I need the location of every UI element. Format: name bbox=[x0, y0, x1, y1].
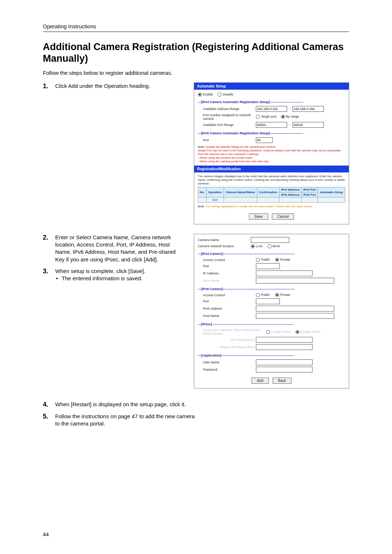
disable-label: Disable bbox=[222, 93, 233, 96]
v4-public-radio[interactable] bbox=[256, 258, 260, 262]
step-3-bullet: The entered information is saved. bbox=[55, 275, 180, 282]
psk-input[interactable] bbox=[256, 337, 313, 343]
wan-radio[interactable] bbox=[268, 244, 271, 248]
dash: - bbox=[289, 107, 290, 111]
ipsec-conn-label: Connection between This Product and a WA… bbox=[203, 328, 264, 335]
specify-range-note: Note: Usually set Specify Range for the … bbox=[198, 145, 345, 163]
single-port-radio[interactable] bbox=[256, 115, 260, 119]
back-button[interactable]: Back bbox=[273, 378, 291, 384]
v4-access-label: Access Control bbox=[203, 258, 254, 262]
step-2-text: Enter or Select Camera Name, Camera netw… bbox=[55, 234, 185, 263]
step-1-text: Click Add under the Operation heading. bbox=[55, 82, 185, 90]
v6-private-label: Private bbox=[280, 293, 290, 297]
v6-port-label: Port bbox=[203, 300, 254, 303]
camera-name-label: Camera Name bbox=[198, 238, 249, 242]
wan-label: WAN bbox=[273, 244, 280, 248]
psk-label: Pre-shared Key bbox=[203, 338, 254, 342]
v4-ipaddr-label: IP Address bbox=[203, 272, 254, 275]
v6port-label: Port bbox=[203, 138, 254, 142]
v4-private-radio[interactable] bbox=[275, 258, 279, 262]
camera-table: No. Operation Camera Name/Status Confirm… bbox=[198, 187, 345, 203]
screenshot-add-camera-form: Camera Name Camera network location LAN … bbox=[194, 234, 349, 388]
avail-port-label: Available Port Range bbox=[203, 123, 254, 127]
by-range-radio[interactable] bbox=[281, 115, 285, 119]
step-3-text: When setup is complete, click [Save]. bbox=[55, 268, 180, 275]
v6-host-input[interactable] bbox=[256, 313, 334, 319]
screenshot-automatic-setup: Automatic Setup Enable Disable ---[IPv4 … bbox=[194, 82, 349, 224]
port-from-input[interactable] bbox=[256, 122, 287, 128]
save-note: Note: The setting highlighted in orange … bbox=[198, 205, 345, 208]
v4-host-input[interactable] bbox=[256, 278, 334, 284]
ipv4-section-title: ---[IPv4 Camera Automatic Registration S… bbox=[198, 100, 345, 104]
step-1-number: 1. bbox=[43, 82, 55, 90]
enable-ipsec-radio[interactable] bbox=[266, 330, 270, 334]
addr-from-input[interactable] bbox=[256, 106, 287, 112]
lan-radio[interactable] bbox=[251, 244, 255, 248]
cancel-button[interactable]: Cancel bbox=[272, 213, 294, 220]
running-head: Operating Instructions bbox=[43, 23, 349, 29]
v4-private-label: Private bbox=[280, 258, 290, 261]
header-rule bbox=[43, 32, 349, 32]
v6-private-radio[interactable] bbox=[275, 293, 279, 297]
step-2-number: 2. bbox=[43, 234, 55, 241]
th-v4addr: IPv4 Address bbox=[279, 187, 301, 192]
v4-port-label: Port bbox=[203, 264, 254, 268]
psk2-label: Retype Pre-shared Key bbox=[203, 345, 254, 349]
application-section: ---[Application]------------------------… bbox=[198, 354, 345, 357]
v4-port-input[interactable] bbox=[256, 263, 280, 269]
th-no: No. bbox=[198, 187, 207, 197]
v6-host-label: Host Name bbox=[203, 314, 254, 318]
password-label: Password bbox=[203, 368, 254, 371]
v6-public-radio[interactable] bbox=[256, 293, 260, 297]
v6-port-input[interactable] bbox=[256, 298, 280, 304]
step-4-text: When [Restart] is displayed on the setup… bbox=[55, 401, 203, 408]
add-link[interactable]: Add bbox=[212, 198, 217, 201]
ipsec-section: ---[IPsec]------------------------------… bbox=[198, 322, 345, 326]
step-4-number: 4. bbox=[43, 401, 55, 408]
v6-ipv6-label: IPv6 Address bbox=[203, 307, 254, 310]
username-input[interactable] bbox=[256, 359, 313, 365]
v6port-input[interactable] bbox=[256, 137, 273, 143]
camera-name-input[interactable] bbox=[251, 237, 289, 243]
v4-public-label: Public bbox=[261, 258, 270, 261]
ipv4-camera-section: ---[IPv4 Camera]------------------------… bbox=[198, 252, 345, 256]
v4-host-label: Host Name bbox=[203, 279, 254, 282]
disable-ipsec-radio[interactable] bbox=[295, 330, 299, 334]
enable-radio[interactable] bbox=[198, 93, 202, 97]
step-3-number: 3. bbox=[43, 268, 55, 275]
username-label: User Name bbox=[203, 360, 254, 364]
enable-ipsec-label: Enable IPsec bbox=[271, 330, 290, 334]
by-range-label: By range bbox=[286, 115, 299, 118]
v6-public-label: Public bbox=[261, 293, 270, 297]
add-button[interactable]: Add bbox=[252, 378, 269, 384]
page-number: 44 bbox=[43, 531, 49, 537]
camera-loc-label: Camera network location bbox=[198, 244, 249, 248]
th-name: Camera Name/Status bbox=[224, 187, 257, 197]
th-v6addr: IPv6 Address bbox=[279, 192, 301, 197]
th-v6port: IPv6 Port bbox=[301, 192, 318, 197]
port-assign-label: Port number assigned to network camera bbox=[203, 113, 254, 121]
addr-range-label: Available Address Range bbox=[203, 107, 254, 111]
single-port-label: Single port bbox=[261, 115, 277, 118]
dash2: - bbox=[289, 123, 290, 127]
disable-radio[interactable] bbox=[217, 93, 221, 97]
password-input[interactable] bbox=[256, 367, 313, 372]
port-to-input[interactable] bbox=[293, 122, 324, 128]
ipv6-camera-section: ---[IPv6 Camera]------------------------… bbox=[198, 287, 345, 291]
th-v4port: IPv4 Port bbox=[301, 187, 318, 192]
step-5-text: Follow the instructions on page 47 to ad… bbox=[55, 413, 203, 428]
th-conf: Confirmation bbox=[257, 187, 279, 197]
v6-access-label: Access Control bbox=[203, 293, 254, 297]
enable-label: Enable bbox=[203, 93, 213, 96]
intro-text: Follow the steps below to register addit… bbox=[43, 70, 349, 76]
addr-to-input[interactable] bbox=[293, 106, 324, 112]
v6-ipv6-input[interactable] bbox=[256, 306, 334, 311]
lan-label: LAN bbox=[256, 244, 262, 248]
panel-title: Automatic Setup bbox=[194, 83, 349, 90]
save-button[interactable]: Save bbox=[249, 213, 268, 220]
v4-ipaddr-input[interactable] bbox=[256, 270, 313, 276]
step-5-number: 5. bbox=[43, 413, 55, 420]
regmod-header: Registration/Modification bbox=[194, 166, 349, 172]
disable-ipsec-label: Disable IPsec bbox=[301, 330, 320, 334]
psk2-input[interactable] bbox=[256, 344, 313, 350]
